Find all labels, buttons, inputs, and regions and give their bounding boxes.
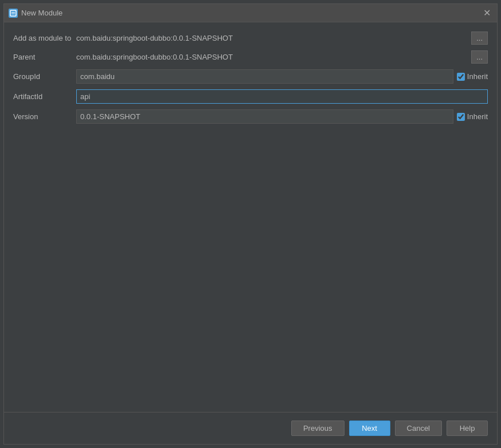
version-inherit-checkbox[interactable] (457, 113, 465, 121)
artifact-id-input[interactable] (76, 89, 488, 104)
parent-row: Parent com.baidu:springboot-dubbo:0.0.1-… (13, 50, 488, 64)
group-id-label: GroupId (13, 72, 76, 81)
group-id-inherit-wrap: Inherit (457, 72, 488, 81)
dialog-footer: Previous Next Cancel Help (4, 412, 497, 444)
version-input[interactable] (76, 109, 453, 124)
previous-button[interactable]: Previous (291, 421, 345, 436)
version-inherit-wrap: Inherit (457, 112, 488, 121)
add-as-module-row: Add as module to com.baidu:springboot-du… (13, 32, 488, 45)
parent-value: com.baidu:springboot-dubbo:0.0.1-SNAPSHO… (76, 53, 468, 61)
next-button[interactable]: Next (349, 421, 390, 436)
group-id-inherit-checkbox[interactable] (457, 73, 465, 81)
artifact-id-row: ArtifactId (13, 89, 488, 104)
version-label: Version (13, 112, 76, 121)
version-row: Version Inherit (13, 109, 488, 124)
dialog-content: Add as module to com.baidu:springboot-du… (4, 22, 497, 412)
svg-rect-0 (10, 10, 16, 16)
new-module-dialog: New Module ✕ Add as module to com.baidu:… (3, 3, 498, 445)
group-id-row: GroupId Inherit (13, 69, 488, 84)
add-as-module-value: com.baidu:springboot-dubbo:0.0.1-SNAPSHO… (76, 34, 468, 42)
version-inherit-label: Inherit (467, 112, 488, 121)
add-as-module-label: Add as module to (13, 34, 76, 42)
dialog-title: New Module (21, 9, 481, 17)
add-as-module-ellipsis-button[interactable]: ... (471, 32, 488, 45)
cancel-button[interactable]: Cancel (395, 421, 442, 436)
group-id-inherit-label: Inherit (467, 72, 488, 81)
close-button[interactable]: ✕ (481, 7, 492, 19)
title-bar: New Module ✕ (4, 4, 497, 22)
dialog-icon (9, 9, 18, 18)
group-id-input[interactable] (76, 69, 453, 84)
svg-rect-2 (11, 13, 15, 14)
parent-ellipsis-button[interactable]: ... (471, 50, 488, 64)
svg-rect-1 (11, 12, 15, 13)
artifact-id-label: ArtifactId (13, 92, 76, 101)
help-button[interactable]: Help (447, 421, 488, 436)
parent-label: Parent (13, 53, 76, 61)
